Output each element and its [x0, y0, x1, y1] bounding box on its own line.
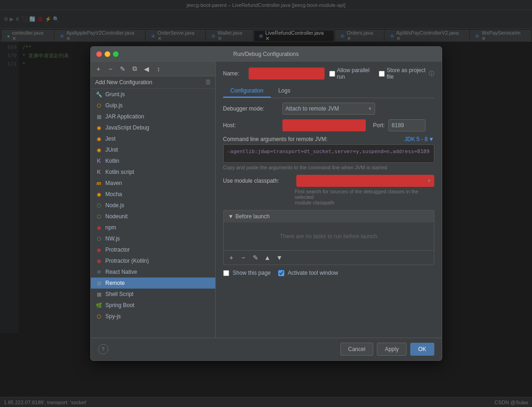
- store-project-label: Store as project file ⓘ: [379, 67, 434, 80]
- port-label: Port:: [373, 122, 385, 129]
- config-item-mocha[interactable]: ◉ Mocha: [91, 189, 215, 200]
- help-button[interactable]: ?: [98, 344, 108, 354]
- close-button[interactable]: [96, 51, 102, 57]
- cancel-button[interactable]: Cancel: [340, 343, 373, 356]
- activate-tool-checkbox[interactable]: [278, 270, 284, 276]
- jsdebug-icon: ◉: [95, 124, 103, 131]
- show-page-checkbox[interactable]: [223, 270, 229, 276]
- jdk-link[interactable]: JDK 5 - 8 ▼: [405, 136, 434, 142]
- host-port-row: Host: Port: 8189: [223, 119, 434, 131]
- copy-config-button[interactable]: ⧉: [130, 64, 140, 74]
- debugger-mode-select[interactable]: Attach to remote JVM Listen to remote JV…: [282, 103, 375, 115]
- cmd-section: Command line arguments for remote JVM: J…: [223, 136, 434, 170]
- config-item-shell-script[interactable]: ▦ Shell Script: [91, 289, 215, 300]
- config-item-kotlin[interactable]: K Kotlin: [91, 155, 215, 166]
- name-label: Name:: [223, 70, 244, 77]
- before-launch-toolbar: + − ✎ ▲ ▼: [224, 250, 434, 265]
- config-label-nodejs: Node.js: [106, 202, 125, 209]
- debugger-mode-label: Debugger mode:: [223, 105, 279, 112]
- protractor-icon: ◉: [95, 246, 103, 253]
- config-item-junit[interactable]: ◉ JUnit: [91, 144, 215, 155]
- config-label-nwjs: NW.js: [106, 235, 120, 242]
- before-launch-empty-text: There are no tasks to run before launch: [280, 233, 377, 240]
- config-item-npm[interactable]: ◉ npm: [91, 222, 215, 233]
- config-item-nodeunit[interactable]: ⬡ Nodeunit: [91, 211, 215, 222]
- config-tabs: Configuration Logs: [223, 85, 434, 98]
- nwjs-icon: ⬡: [95, 235, 103, 242]
- config-item-spring-boot[interactable]: 🌿 Spring Boot: [91, 300, 215, 311]
- module-select-wrapper: [296, 175, 434, 187]
- module-classpath-select[interactable]: [296, 175, 434, 187]
- before-launch-section: ▼ Before launch There are no tasks to ru…: [223, 210, 434, 265]
- before-launch-edit-button[interactable]: ✎: [250, 253, 261, 263]
- before-launch-down-button[interactable]: ▼: [275, 253, 285, 263]
- tab-configuration[interactable]: Configuration: [223, 85, 271, 98]
- allow-parallel-checkbox[interactable]: [329, 71, 335, 77]
- module-row: Use module classpath:: [223, 175, 434, 187]
- before-launch-add-button[interactable]: +: [226, 253, 237, 263]
- config-item-nodejs[interactable]: ⬡ Node.js: [91, 200, 215, 211]
- config-item-nwjs[interactable]: ⬡ NW.js: [91, 233, 215, 244]
- before-launch-label: Before launch: [235, 213, 269, 220]
- gulpjs-icon: ⬡: [95, 102, 103, 109]
- add-new-config-header: Add New Configuration ☰: [91, 76, 215, 89]
- modal-overlay: Run/Debug Configurations + − ✎ ⧉ ◀ ↕ Add…: [0, 0, 532, 407]
- name-input[interactable]: [249, 68, 325, 80]
- show-page-row: Show this page: [223, 270, 271, 276]
- config-list[interactable]: 🔧 Grunt.js ⬡ Gulp.js ▦ JAR Application ◉…: [91, 89, 215, 338]
- config-item-maven[interactable]: m Maven: [91, 178, 215, 189]
- allow-parallel-label: Allow parallel run: [329, 67, 373, 80]
- config-item-spyjs[interactable]: ⬡ Spy-js: [91, 311, 215, 322]
- module-hint-section: First search for sources of the debugged…: [295, 189, 434, 205]
- config-item-remote[interactable]: ▦ Remote: [91, 278, 215, 289]
- config-label-nodeunit: Nodeunit: [106, 213, 128, 220]
- host-input[interactable]: [282, 119, 366, 131]
- port-input[interactable]: 8189: [388, 119, 426, 131]
- config-item-kotlin-script[interactable]: K Kotlin script: [91, 166, 215, 178]
- config-label-junit: JUnit: [106, 147, 118, 153]
- config-item-protractor[interactable]: ◉ Protractor: [91, 244, 215, 255]
- nodeunit-icon: ⬡: [95, 213, 103, 220]
- tab-logs[interactable]: Logs: [271, 85, 298, 98]
- config-item-gruntjs[interactable]: 🔧 Grunt.js: [91, 89, 215, 100]
- remote-icon: ▦: [95, 279, 103, 287]
- move-up-button[interactable]: ◀: [142, 64, 152, 74]
- sort-button[interactable]: ↕: [154, 64, 164, 74]
- protractor-kotlin-icon: ◉: [95, 257, 103, 265]
- run-debug-modal: Run/Debug Configurations + − ✎ ⧉ ◀ ↕ Add…: [90, 46, 442, 361]
- add-config-button[interactable]: +: [94, 64, 104, 74]
- debugger-mode-wrapper: Attach to remote JVM Listen to remote JV…: [282, 103, 375, 115]
- before-launch-up-button[interactable]: ▲: [263, 253, 273, 263]
- top-right-options: Allow parallel run Store as project file…: [329, 67, 434, 80]
- config-item-jsdebug[interactable]: ◉ JavaScript Debug: [91, 122, 215, 133]
- nodejs-icon: ⬡: [95, 202, 103, 209]
- jar-icon: ▦: [95, 113, 103, 120]
- config-label-maven: Maven: [106, 180, 122, 186]
- add-config-label: Add New Configuration: [95, 79, 152, 86]
- apply-button[interactable]: Apply: [377, 343, 407, 356]
- config-item-gulpjs[interactable]: ⬡ Gulp.js: [91, 100, 215, 111]
- config-label-protractor: Protractor: [106, 247, 130, 253]
- cmd-args-label: Command line arguments for remote JVM:: [223, 136, 328, 142]
- minimize-button[interactable]: [105, 51, 110, 57]
- maximize-button[interactable]: [113, 51, 119, 57]
- store-project-checkbox[interactable]: [379, 71, 385, 77]
- config-item-jest[interactable]: ◉ Jest: [91, 133, 215, 144]
- sidebar-toolbar: + − ✎ ⧉ ◀ ↕: [91, 62, 215, 76]
- traffic-lights: [96, 51, 119, 57]
- shell-script-icon: ▦: [95, 290, 103, 298]
- config-label-gruntjs: Grunt.js: [106, 91, 125, 98]
- cmd-header: Command line arguments for remote JVM: J…: [223, 136, 434, 142]
- edit-config-button[interactable]: ✎: [118, 64, 128, 74]
- config-item-react-native[interactable]: ⚛ React Native: [91, 266, 215, 278]
- store-project-info-icon: ⓘ: [429, 70, 434, 78]
- before-launch-remove-button[interactable]: −: [238, 253, 249, 263]
- config-label-mocha: Mocha: [106, 191, 122, 197]
- remove-config-button[interactable]: −: [106, 64, 116, 74]
- before-launch-header[interactable]: ▼ Before launch: [224, 210, 434, 222]
- config-label-shell-script: Shell Script: [106, 291, 134, 297]
- modal-footer: ? Cancel Apply OK: [91, 338, 442, 360]
- ok-button[interactable]: OK: [410, 343, 434, 356]
- config-item-jar[interactable]: ▦ JAR Application: [91, 111, 215, 122]
- config-item-protractor-kotlin[interactable]: ◉ Protractor (Kotlin): [91, 255, 215, 266]
